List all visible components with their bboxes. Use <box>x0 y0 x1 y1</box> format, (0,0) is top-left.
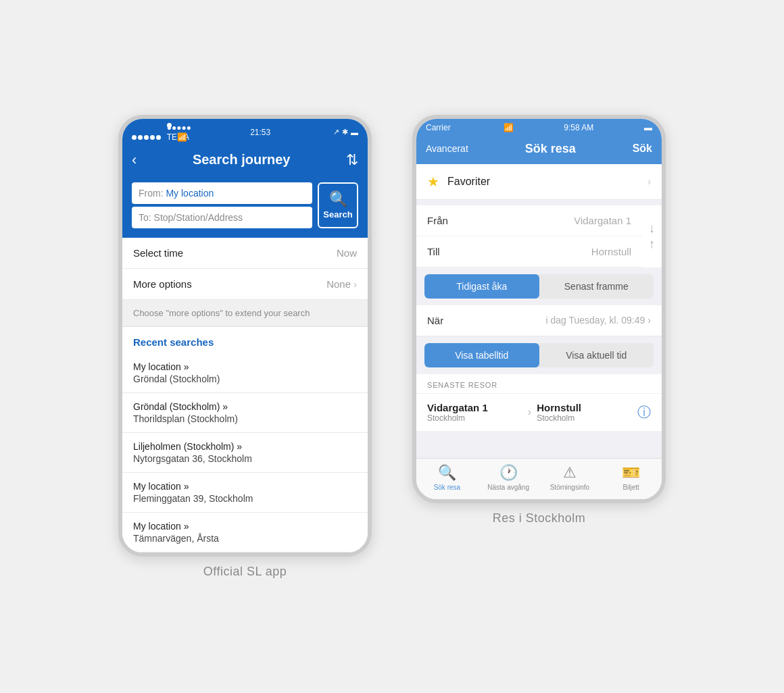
search-icon: 🔍 <box>329 190 347 208</box>
fran-row[interactable]: Från Vidargatan 1 <box>416 205 642 236</box>
recent-from-5: My location » <box>133 521 357 532</box>
recent-header-label: Recent searches <box>133 336 214 348</box>
more-options-value: None › <box>326 278 357 290</box>
favorites-label: Favoriter <box>447 176 647 188</box>
visa-tabelltid-button[interactable]: Visa tabelltid <box>424 343 539 367</box>
right-battery: ▬ <box>644 123 652 132</box>
nar-chevron-icon: › <box>647 315 651 326</box>
back-button[interactable]: ‹ <box>132 151 137 169</box>
recent-from-3: Liljeholmen (Stockholm) » <box>133 441 357 452</box>
more-options-label: More options <box>133 278 192 290</box>
recent-item-3[interactable]: Liljeholmen (Stockholm) » Nytorgsgatan 3… <box>122 433 368 473</box>
left-status-bar: ●●●●● TELIA 📶 21:53 ↗ ✱ ▬ <box>122 119 368 146</box>
hint-row: Choose "more options" to extend your sea… <box>122 300 368 327</box>
senaste-to-name: Hornstull <box>537 402 632 413</box>
senast-framme-button[interactable]: Senast framme <box>539 274 654 299</box>
select-time-row[interactable]: Select time Now <box>122 238 368 269</box>
right-content-area: ★ Favoriter › Från Vidargatan 1 Til <box>416 164 662 499</box>
recent-to-3: Nytorgsgatan 36, Stockholm <box>133 453 357 464</box>
right-nav-bar: Avancerat Sök resa Sök <box>416 136 662 164</box>
swap-button[interactable]: ⇅ <box>346 151 358 169</box>
tab-storningsinfo[interactable]: ⚠ Störningsinfo <box>539 464 601 491</box>
right-caption: Res i Stockholm <box>493 511 586 525</box>
battery-icon: ▬ <box>351 128 358 136</box>
status-icons: ↗ ✱ ▬ <box>333 128 358 136</box>
left-nav-bar: ‹ Search journey ⇅ <box>122 146 368 177</box>
recent-item-5[interactable]: My location » Tämnarvägen, Årsta <box>122 513 368 553</box>
tidigast-aka-button[interactable]: Tidigast åka <box>424 274 539 299</box>
recent-to-4: Fleminggatan 39, Stockholm <box>133 493 357 504</box>
right-time: 9:58 AM <box>564 123 593 132</box>
right-phone: Carrier 📶 9:58 AM ▬ Avancerat Sök resa S… <box>412 115 666 503</box>
swap-down-icon: ↑ <box>649 237 655 251</box>
recent-searches-header: Recent searches <box>122 327 368 353</box>
tab-storningsinfo-label: Störningsinfo <box>550 484 589 491</box>
ticket-tab-icon: 🎫 <box>622 464 640 482</box>
timetable-segment: Visa tabelltid Visa aktuell tid <box>424 343 654 367</box>
from-to-fields: Från Vidargatan 1 Till Hornstull <box>416 205 642 267</box>
nar-time-value: i dag Tuesday, kl. 09:49 <box>545 315 645 326</box>
search-tab-icon: 🔍 <box>438 464 456 482</box>
when-row[interactable]: När i dag Tuesday, kl. 09:49 › <box>416 305 662 336</box>
to-field[interactable]: To: Stop/Station/Address <box>132 207 312 228</box>
recent-from-1: My location » <box>133 361 357 372</box>
senaste-header: SENASTE RESOR <box>416 374 662 393</box>
more-options-row[interactable]: More options None › <box>122 269 368 300</box>
senaste-from-name: Vidargatan 1 <box>427 402 522 413</box>
recent-to-2: Thorildsplan (Stockholm) <box>133 413 357 424</box>
search-button-label: Search <box>323 209 352 220</box>
right-carrier: Carrier <box>426 123 451 132</box>
right-page-title: Sök resa <box>525 142 576 156</box>
swap-directions-button[interactable]: ↓ ↑ <box>642 205 662 267</box>
till-row[interactable]: Till Hornstull <box>416 236 642 267</box>
recent-from-4: My location » <box>133 481 357 492</box>
recent-item-1[interactable]: My location » Gröndal (Stockholm) <box>122 353 368 393</box>
right-app-column: Carrier 📶 9:58 AM ▬ Avancerat Sök resa S… <box>412 115 666 525</box>
recent-to-1: Gröndal (Stockholm) <box>133 374 357 384</box>
recent-from-2: Gröndal (Stockholm) » <box>133 401 357 412</box>
tab-biljett[interactable]: 🎫 Biljett <box>600 464 662 491</box>
avancerat-button[interactable]: Avancerat <box>426 143 468 154</box>
fran-label: Från <box>427 215 461 226</box>
sok-button[interactable]: Sök <box>633 143 652 155</box>
senaste-from-city: Stockholm <box>427 413 522 423</box>
from-label: From: <box>139 188 166 199</box>
time-value: Now <box>337 247 357 259</box>
favorites-row[interactable]: ★ Favoriter › <box>416 164 662 200</box>
left-caption: Official SL app <box>203 565 287 579</box>
from-value: My location <box>166 188 214 199</box>
tab-sok-resa[interactable]: 🔍 Sök resa <box>416 464 478 491</box>
bluetooth-icon: ✱ <box>342 128 348 136</box>
recent-item-2[interactable]: Gröndal (Stockholm) » Thorildsplan (Stoc… <box>122 393 368 433</box>
left-app-column: ●●●●● TELIA 📶 21:53 ↗ ✱ ▬ ‹ Search journ… <box>118 115 372 579</box>
favorites-chevron-icon: › <box>647 176 651 188</box>
select-time-label: Select time <box>133 247 183 259</box>
warning-tab-icon: ⚠ <box>563 464 577 482</box>
to-placeholder: To: Stop/Station/Address <box>139 212 243 223</box>
info-icon[interactable]: ⓘ <box>637 403 651 421</box>
search-section: From: My location To: Stop/Station/Addre… <box>122 177 368 238</box>
chevron-right-icon: › <box>353 278 357 290</box>
recent-item-4[interactable]: My location » Fleminggatan 39, Stockholm <box>122 473 368 513</box>
search-row: From: My location To: Stop/Station/Addre… <box>132 182 358 228</box>
select-time-value: Now <box>337 247 357 259</box>
search-button[interactable]: 🔍 Search <box>318 182 358 228</box>
from-field[interactable]: From: My location <box>132 182 312 204</box>
right-status-bar: Carrier 📶 9:58 AM ▬ <box>416 119 662 136</box>
clock-tab-icon: 🕐 <box>499 464 518 482</box>
left-phone: ●●●●● TELIA 📶 21:53 ↗ ✱ ▬ ‹ Search journ… <box>118 115 372 557</box>
tab-nasta-avgang[interactable]: 🕐 Nästa avgång <box>478 464 539 491</box>
star-icon: ★ <box>427 174 439 190</box>
recent-to-5: Tämnarvägen, Årsta <box>133 533 357 544</box>
senaste-trip-row[interactable]: Vidargatan 1 Stockholm › Hornstull Stock… <box>416 393 662 431</box>
visa-aktuell-tid-button[interactable]: Visa aktuell tid <box>539 343 654 367</box>
hint-text: Choose "more options" to extend your sea… <box>133 308 310 318</box>
fran-value: Vidargatan 1 <box>574 215 631 226</box>
swap-up-icon: ↓ <box>649 222 655 236</box>
tab-sok-resa-label: Sök resa <box>434 484 460 491</box>
page-title: Search journey <box>193 152 291 168</box>
time-display: 21:53 <box>250 128 270 137</box>
senaste-to: Hornstull Stockholm <box>537 402 632 423</box>
senaste-to-city: Stockholm <box>537 413 632 423</box>
signal-dots: ●●●●● TELIA 📶 <box>132 123 187 142</box>
